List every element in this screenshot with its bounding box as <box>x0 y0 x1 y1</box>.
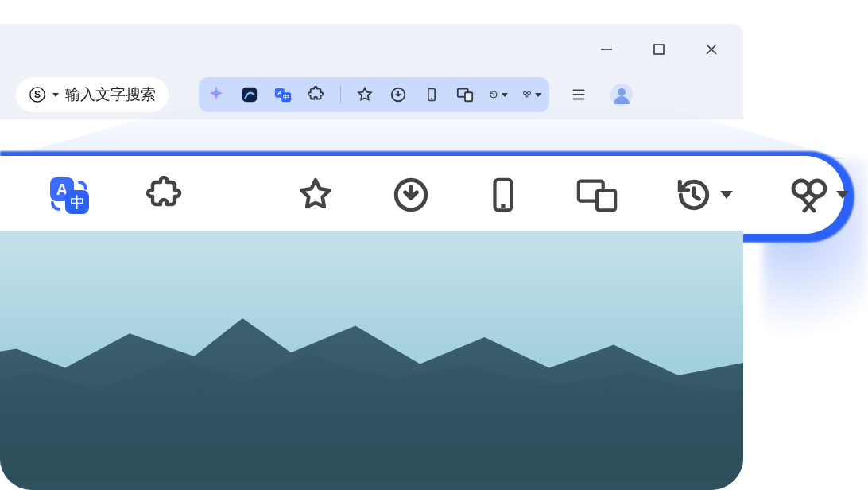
minimize-button[interactable] <box>592 35 621 64</box>
history-icon[interactable] <box>489 85 508 104</box>
search-placeholder: 输入文字搜索 <box>65 84 156 105</box>
toolbar-divider <box>340 86 341 103</box>
svg-point-33 <box>809 181 825 196</box>
screenshot-button[interactable] <box>789 173 849 217</box>
window-controls <box>592 35 726 64</box>
search-engine-icon[interactable]: S <box>29 86 46 103</box>
favorites-button[interactable] <box>296 173 335 217</box>
search-engine-caret-icon[interactable] <box>52 93 59 97</box>
ai-assistant-icon[interactable] <box>207 85 226 104</box>
svg-point-22 <box>618 88 626 96</box>
extensions-icon[interactable] <box>307 85 326 104</box>
wallpaper-preview <box>0 231 743 490</box>
svg-rect-15 <box>465 92 472 101</box>
search-box[interactable]: S 输入文字搜索 <box>16 77 169 112</box>
downloads-icon[interactable] <box>389 85 408 104</box>
screenshot-icon[interactable] <box>522 85 541 104</box>
caret-down-icon <box>836 191 849 199</box>
mobile-icon[interactable] <box>422 85 441 104</box>
close-button[interactable] <box>697 35 726 64</box>
svg-text:中: 中 <box>283 94 289 101</box>
caret-down-icon <box>720 191 733 199</box>
downloads-button[interactable] <box>391 173 431 217</box>
translate-icon[interactable]: A中 <box>273 85 293 104</box>
svg-point-16 <box>524 91 527 95</box>
extensions-button[interactable] <box>146 173 184 217</box>
svg-rect-31 <box>597 190 615 210</box>
svg-text:A: A <box>277 90 282 97</box>
multi-screen-icon[interactable] <box>455 85 475 104</box>
mobile-button[interactable] <box>486 173 520 217</box>
svg-text:S: S <box>34 89 41 100</box>
svg-point-17 <box>528 91 531 95</box>
zoom-panel: A 中 <box>0 156 844 234</box>
svg-rect-1 <box>654 45 664 54</box>
maximize-button[interactable] <box>645 35 673 64</box>
translate-button[interactable]: A 中 <box>48 173 91 217</box>
sogou-logo-icon[interactable] <box>240 85 259 104</box>
multi-screen-button[interactable] <box>575 173 618 217</box>
favorites-icon[interactable] <box>355 85 374 104</box>
svg-point-32 <box>793 181 809 196</box>
svg-text:中: 中 <box>70 194 85 211</box>
history-button[interactable] <box>674 173 733 217</box>
